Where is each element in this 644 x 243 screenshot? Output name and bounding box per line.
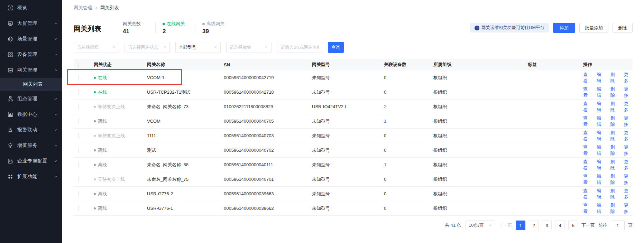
row-checkbox[interactable] (79, 89, 79, 95)
row-action-more[interactable]: 更多 (624, 188, 633, 200)
device-count[interactable]: 2 (384, 104, 433, 109)
device-count: 0 (384, 177, 433, 182)
row-action-delete[interactable]: 删除 (610, 144, 619, 157)
sidebar-item-scene[interactable]: 场景管理 (0, 31, 62, 47)
row-action-delete[interactable]: 删除 (610, 130, 619, 142)
row-action-view[interactable]: 查看 (583, 72, 592, 84)
row-checkbox[interactable] (79, 205, 79, 211)
row-action-view[interactable]: 查看 (583, 130, 592, 142)
row-action-edit[interactable]: 编辑 (597, 144, 605, 157)
page-number-3[interactable]: 3 (542, 221, 552, 230)
page-number-4[interactable]: 4 (555, 221, 565, 230)
status-dot-icon (94, 91, 96, 93)
gateway-status-select[interactable]: 请选择网关状态 (125, 42, 170, 53)
prev-page-button[interactable]: 上一页 (499, 222, 512, 228)
enterprise-icon (8, 158, 13, 164)
row-checkbox[interactable] (79, 147, 79, 153)
org-select[interactable]: 请选择组织 (74, 42, 119, 53)
row-action-edit[interactable]: 编辑 (597, 188, 605, 200)
row-action-more[interactable]: 更多 (624, 72, 633, 84)
sidebar-item-overview[interactable]: 概览 (0, 0, 62, 16)
row-action-more[interactable]: 更多 (624, 144, 633, 157)
column-header: 网关名称 (147, 62, 224, 68)
row-action-more[interactable]: 更多 (624, 173, 633, 186)
row-checkbox[interactable] (79, 118, 79, 124)
model-select[interactable]: 全部型号 (175, 42, 221, 53)
row-checkbox[interactable] (79, 191, 79, 197)
goto-page-input[interactable]: 1 (611, 221, 625, 230)
tag-select[interactable]: 请选择标签 (226, 42, 272, 53)
row-action-edit[interactable]: 编辑 (597, 86, 605, 99)
sidebar-subitem-gateway-list[interactable]: 网关列表 (0, 78, 62, 91)
gateway-model: USR-IO424TV2-I (312, 104, 384, 109)
search-input[interactable]: 请输入SN或网关名称 (277, 42, 322, 53)
gateway-stats: 网关总数41在线网关2离线网关39 (123, 21, 228, 35)
row-action-delete[interactable]: 删除 (610, 101, 619, 113)
gateway-table: 网关状态网关名称SN网关型号关联设备数所属组织标签操作 在线VCOM-10005… (74, 59, 633, 216)
dm-platform-notice[interactable]: i 网关运维相关功能可前往DM平台 (470, 23, 549, 32)
row-action-more[interactable]: 更多 (624, 115, 633, 128)
row-action-delete[interactable]: 删除 (610, 115, 619, 128)
query-button[interactable]: 查询 (328, 42, 344, 53)
row-action-view[interactable]: 查看 (583, 202, 592, 215)
batch-add-button[interactable]: 批量添加 (579, 23, 608, 33)
stat-divider (155, 22, 156, 34)
row-checkbox[interactable] (79, 133, 79, 139)
row-action-edit[interactable]: 编辑 (597, 159, 605, 171)
page-number-1[interactable]: 1 (516, 221, 525, 230)
sidebar-item-screen[interactable]: 大屏管理 (0, 16, 62, 31)
sidebar-item-topology[interactable]: 组态管理 (0, 91, 62, 106)
gateway-status: 等待初次上线 (94, 176, 147, 183)
page-size-select[interactable]: 10条/页 (466, 221, 495, 230)
row-action-delete[interactable]: 删除 (610, 86, 619, 99)
row-action-edit[interactable]: 编辑 (597, 130, 605, 142)
row-action-edit[interactable]: 编辑 (597, 115, 605, 128)
device-count[interactable]: 1 (384, 162, 433, 167)
add-button[interactable]: 添加 (553, 23, 575, 33)
chevron-down-icon (54, 52, 57, 57)
next-page-button[interactable]: 下一页 (581, 222, 595, 228)
sidebar-item-extension[interactable]: 扩展功能 (0, 169, 62, 184)
row-checkbox[interactable] (79, 104, 79, 110)
sidebar-item-enterprise[interactable]: 企业专属配置 (0, 153, 62, 169)
sidebar-item-value-service[interactable]: 增值服务 (0, 138, 62, 153)
page-number-2[interactable]: 2 (529, 221, 539, 230)
breadcrumb-gateway-management[interactable]: 网关管理 (74, 5, 92, 11)
gateway-org: 根组织 (433, 133, 528, 139)
row-action-edit[interactable]: 编辑 (597, 202, 605, 215)
row-action-view[interactable]: 查看 (583, 159, 592, 171)
row-action-edit[interactable]: 编辑 (597, 173, 605, 186)
row-action-view[interactable]: 查看 (583, 173, 592, 186)
sidebar-item-data-center[interactable]: 数据中心 (0, 106, 62, 122)
row-action-view[interactable]: 查看 (583, 86, 592, 99)
sidebar-item-device[interactable]: 设备管理 (0, 47, 62, 62)
row-action-delete[interactable]: 删除 (610, 159, 619, 171)
device-count[interactable]: 1 (384, 119, 433, 124)
value-service-icon (8, 143, 13, 148)
row-action-view[interactable]: 查看 (583, 144, 592, 157)
page-number-5[interactable]: 5 (568, 221, 578, 230)
row-action-more[interactable]: 更多 (624, 101, 633, 113)
row-action-edit[interactable]: 编辑 (597, 72, 605, 84)
row-action-edit[interactable]: 编辑 (597, 101, 605, 113)
sidebar-item-alarm[interactable]: 报警联动 (0, 122, 62, 138)
row-action-more[interactable]: 更多 (624, 159, 633, 171)
sidebar-item-gateway[interactable]: 网关管理 (0, 62, 62, 78)
row-action-more[interactable]: 更多 (624, 130, 633, 142)
row-action-delete[interactable]: 删除 (610, 173, 619, 186)
row-actions: 查看编辑删除更多 (583, 188, 633, 200)
row-action-more[interactable]: 更多 (624, 86, 633, 99)
select-all-checkbox[interactable] (79, 62, 79, 68)
row-action-view[interactable]: 查看 (583, 101, 592, 113)
row-action-delete[interactable]: 删除 (610, 202, 619, 215)
row-action-delete[interactable]: 删除 (610, 72, 619, 84)
row-action-view[interactable]: 查看 (583, 188, 592, 200)
row-action-delete[interactable]: 删除 (610, 188, 619, 200)
row-action-view[interactable]: 查看 (583, 115, 592, 128)
row-action-more[interactable]: 更多 (624, 202, 633, 215)
row-checkbox[interactable] (79, 176, 79, 182)
gateway-org: 根组织 (433, 75, 528, 81)
delete-button[interactable]: 删除 (613, 23, 633, 33)
row-checkbox[interactable] (79, 162, 79, 168)
row-checkbox[interactable] (79, 75, 79, 81)
